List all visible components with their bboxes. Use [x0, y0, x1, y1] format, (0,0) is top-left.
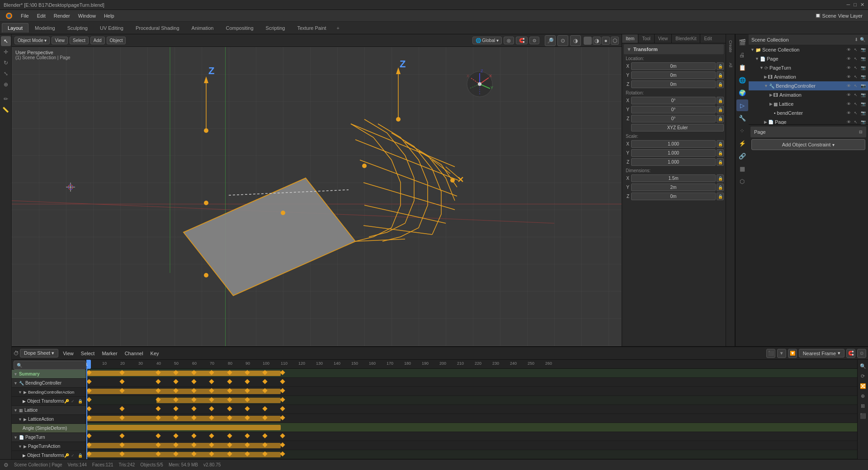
view-layer-props-icon[interactable]: 📋	[736, 61, 748, 73]
dim-x[interactable]: 1.5m	[631, 174, 716, 182]
kf-ot1-1[interactable]	[86, 397, 91, 402]
channel-check-2[interactable]: ✓	[71, 453, 77, 458]
outliner-item-animation-1[interactable]: ▶ 🎞 Animation 👁 ↖ 📷	[749, 72, 868, 81]
kf-lat-7[interactable]	[227, 406, 232, 411]
transform-header[interactable]: ▼ Transform	[624, 44, 724, 54]
object-props-icon[interactable]: ▷	[736, 99, 748, 111]
dope-sheet-type-dropdown[interactable]: Dope Sheet ▾	[20, 349, 58, 357]
rotate-tool[interactable]: ↻	[1, 58, 11, 68]
timeline-tool-2[interactable]: ⟳	[859, 371, 868, 381]
kf-pt-7[interactable]	[227, 433, 232, 438]
minimize-btn[interactable]: ─	[847, 2, 850, 8]
particles-props-icon[interactable]: ⁘	[736, 125, 748, 136]
timeline-tool-1[interactable]: 🔍	[859, 362, 868, 371]
kf-bc-2[interactable]	[119, 379, 124, 384]
kf-bc-8[interactable]	[245, 379, 250, 384]
kf-lat-6[interactable]	[209, 406, 214, 411]
all-tab[interactable]: All	[727, 58, 734, 72]
rotation-x-lock[interactable]: 🔒	[717, 97, 724, 104]
scene-props-icon[interactable]: 🌐	[736, 74, 748, 86]
create-tab[interactable]: Create	[727, 35, 734, 58]
kf-bc-10[interactable]	[280, 379, 285, 384]
close-btn[interactable]: ✕	[860, 2, 864, 8]
scale-y[interactable]: 1.000	[631, 149, 716, 157]
outliner-item-pageturn[interactable]: ▼ ⟳ PageTurn 👁 ↖ 📷	[749, 63, 868, 72]
ds-marker-menu[interactable]: Marker	[99, 350, 120, 357]
dim-y[interactable]: 2m	[631, 183, 716, 191]
tab-texture-paint[interactable]: Texture Paint	[291, 23, 332, 33]
kf-bc-1[interactable]	[86, 379, 91, 384]
timeline-area[interactable]: 1 10 20 30 40 50 60 70 80 90 100 110	[86, 360, 857, 459]
channel-lock-2[interactable]: 🔒	[78, 453, 84, 458]
rotation-y-lock[interactable]: 🔒	[717, 106, 724, 113]
channel-key-icon-1[interactable]: 🔑	[64, 399, 71, 404]
outliner-filter-btn[interactable]: ⬇	[854, 37, 858, 42]
channel-bending-action[interactable]: ▼ ▶ BendingControllerAction	[12, 388, 86, 397]
rotation-z-lock[interactable]: 🔒	[717, 115, 724, 122]
kf-lat-5[interactable]	[191, 406, 196, 411]
location-z-lock[interactable]: 🔒	[717, 80, 724, 88]
viewport-object-menu[interactable]: Object	[107, 37, 126, 44]
kf-bc-3[interactable]	[156, 379, 160, 384]
outliner-item-bendcenter[interactable]: • bendCenter 👁 ↖ 📷	[749, 108, 868, 118]
nearest-frame-dropdown[interactable]: Nearest Frame ▾	[799, 349, 844, 357]
add-constraint-button[interactable]: Add Object Constraint ▾	[751, 139, 865, 150]
timeline-tool-5[interactable]: ⊞	[859, 401, 868, 410]
rotation-z[interactable]: 0°	[631, 115, 716, 122]
viewport-select-menu[interactable]: Select	[70, 37, 89, 44]
tab-compositing[interactable]: Compositing	[220, 23, 259, 33]
kf-lat-8[interactable]	[245, 406, 250, 411]
channel-summary[interactable]: ▼ Summary	[12, 370, 86, 379]
location-x-lock[interactable]: 🔒	[717, 62, 724, 70]
channel-key-icon-2[interactable]: 🔑	[64, 453, 71, 458]
constraints-props-icon[interactable]: 🔗	[736, 150, 748, 162]
channel-bending-controller[interactable]: ▼ 🔧 BendingController	[12, 379, 86, 388]
channel-angle-simpledeform[interactable]: Angle (SimpleDeform)	[12, 424, 86, 433]
tab-modeling[interactable]: Modeling	[29, 23, 61, 33]
menu-file[interactable]: File	[17, 12, 33, 19]
timeline-tool-4[interactable]: ⊕	[859, 391, 868, 400]
dim-z[interactable]: 0m	[631, 193, 716, 200]
channel-check-1[interactable]: ✓	[71, 399, 77, 404]
kf-pt-9[interactable]	[262, 433, 267, 438]
outliner-item-bendingcontroller[interactable]: ▼ 🔧 BendingController 👁 ↖ 📷	[749, 81, 868, 90]
output-props-icon[interactable]: 🖨	[736, 49, 748, 61]
tab-layout[interactable]: Layout	[2, 23, 28, 33]
channel-lattice[interactable]: ▼ ▦ Lattice	[12, 406, 86, 415]
dim-x-lock[interactable]: 🔒	[717, 174, 724, 182]
channel-obj-transforms-2[interactable]: ▶ Object Transforms 🔑 ✓ 🔒	[12, 451, 86, 459]
world-props-icon[interactable]: 🌍	[736, 87, 748, 99]
scale-z-lock[interactable]: 🔒	[717, 158, 724, 166]
kf-bc-5[interactable]	[191, 379, 196, 384]
object-constraints-header[interactable]: Page ⊟	[750, 127, 866, 137]
kf-pt-4[interactable]	[173, 433, 178, 438]
kf-la-10[interactable]	[280, 415, 285, 420]
physics-props-icon[interactable]: ⚡	[736, 137, 748, 149]
menu-edit[interactable]: Edit	[33, 12, 49, 19]
blenderkit-tab[interactable]: BlenderKit	[672, 34, 700, 43]
move-tool[interactable]: ✛	[1, 47, 11, 57]
view-tab[interactable]: View	[655, 34, 672, 43]
edit-tab[interactable]: Edit	[700, 34, 715, 43]
channel-lattice-action[interactable]: ▼ ▶ LatticeAction	[12, 415, 86, 424]
kf-bca-10[interactable]	[280, 388, 285, 393]
ds-channel-menu[interactable]: Channel	[122, 350, 146, 357]
annotate-tool[interactable]: ✏	[1, 94, 11, 104]
wireframe-shading-btn[interactable]: ⬡	[611, 37, 619, 45]
cursor-tool[interactable]: ↖	[1, 36, 11, 46]
viewport-xray-toggle[interactable]: ◑	[570, 35, 581, 46]
pivot-dropdown[interactable]: ◎	[504, 37, 514, 44]
ds-snap-icon[interactable]: 🧲	[846, 349, 855, 358]
ds-key-menu[interactable]: Key	[148, 350, 162, 357]
scale-x-lock[interactable]: 🔒	[717, 140, 724, 148]
ds-select-menu[interactable]: Select	[78, 350, 98, 357]
outliner-item-page-obj[interactable]: ▶ 📄 Page 👁 ↖ 📷	[749, 118, 868, 125]
kf-bc-7[interactable]	[227, 379, 232, 384]
viewport-gizmos-toggle[interactable]: 🔎	[545, 35, 556, 46]
outliner-item-scene-collection[interactable]: ▼ 📁 Scene Collection 👁 ↖ 📷	[749, 45, 868, 54]
kf-pt-5[interactable]	[191, 433, 196, 438]
snap-toggle[interactable]: 🧲	[516, 37, 528, 44]
tab-animation[interactable]: Animation	[186, 23, 220, 33]
scale-z[interactable]: 1.000	[631, 158, 716, 166]
render-props-icon[interactable]: 🎬	[736, 36, 748, 48]
